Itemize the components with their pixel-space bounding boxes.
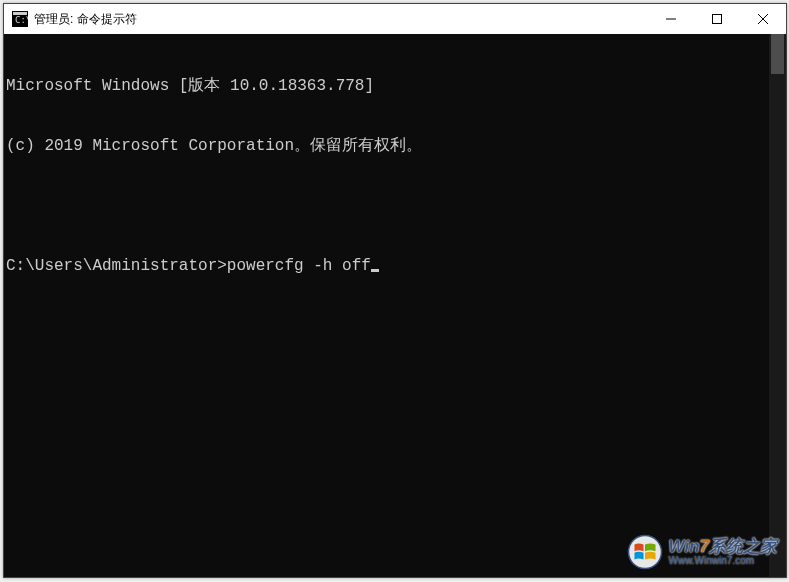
terminal-area[interactable]: Microsoft Windows [版本 10.0.18363.778] (c… xyxy=(4,34,786,577)
maximize-button[interactable] xyxy=(694,4,740,34)
terminal-prompt-line: C:\Users\Administrator>powercfg -h off xyxy=(6,256,784,276)
cmd-icon: C:\ xyxy=(12,11,28,27)
cmd-window: C:\ 管理员: 命令提示符 Microsoft Windows [版本 10.… xyxy=(3,3,787,578)
prompt-path: C:\Users\Administrator> xyxy=(6,257,227,275)
terminal-blank-line xyxy=(6,196,784,216)
titlebar[interactable]: C:\ 管理员: 命令提示符 xyxy=(4,4,786,34)
window-title: 管理员: 命令提示符 xyxy=(34,11,137,28)
text-cursor xyxy=(371,269,379,272)
svg-rect-4 xyxy=(713,15,722,24)
svg-text:C:\: C:\ xyxy=(15,15,28,25)
terminal-output-line: Microsoft Windows [版本 10.0.18363.778] xyxy=(6,76,784,96)
close-button[interactable] xyxy=(740,4,786,34)
minimize-button[interactable] xyxy=(648,4,694,34)
terminal-output-line: (c) 2019 Microsoft Corporation。保留所有权利。 xyxy=(6,136,784,156)
vertical-scrollbar[interactable] xyxy=(769,34,786,577)
scrollbar-thumb[interactable] xyxy=(771,34,784,74)
typed-command: powercfg -h off xyxy=(227,257,371,275)
